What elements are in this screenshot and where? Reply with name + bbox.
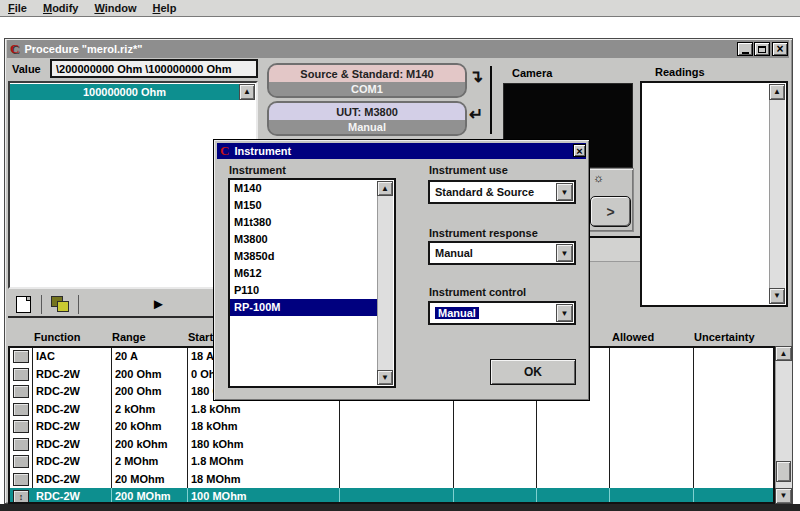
column-header-allowed: Allowed — [612, 331, 654, 343]
dropdown-arrow-icon[interactable]: ▼ — [556, 244, 573, 262]
value-list-scroll-up-button[interactable]: ▲ — [239, 84, 255, 100]
column-header-start: Start — [188, 331, 213, 343]
instrument-dialog-titlebar[interactable]: C Instrument — [217, 143, 586, 159]
row-checkbox[interactable] — [13, 350, 29, 363]
instrument-response-dropdown[interactable]: Manual ▼ — [428, 241, 576, 265]
readings-scrollbar-track[interactable] — [769, 100, 785, 288]
close-icon: × — [576, 145, 582, 157]
camera-next-button[interactable]: > — [590, 196, 631, 227]
value-label: Value — [12, 63, 41, 75]
column-line — [453, 488, 454, 504]
close-button[interactable]: × — [772, 42, 788, 56]
instrument-option[interactable]: M140 — [230, 180, 394, 197]
uut-instrument-group: UUT: M3800 Manual — [267, 101, 467, 136]
scroll-down-icon: ▼ — [381, 374, 389, 382]
new-document-button[interactable] — [16, 296, 31, 313]
cell-function: RDC-2W — [36, 473, 80, 485]
value-path-text: \200000000 Ohm \100000000 Ohm — [56, 63, 232, 75]
run-button[interactable]: ► — [151, 295, 166, 312]
close-icon: × — [776, 42, 783, 56]
cell-function: RDC-2W — [36, 385, 80, 397]
table-scrollbar-thumb[interactable] — [776, 461, 791, 482]
minimize-button[interactable] — [737, 42, 753, 56]
row-checkbox[interactable] — [13, 420, 29, 433]
table-scroll-up-button[interactable]: ▲ — [775, 346, 792, 361]
camera-label: Camera — [512, 67, 552, 79]
row-checkbox[interactable] — [13, 455, 29, 468]
standard-instrument-label: Source & Standard: M140 — [300, 68, 433, 80]
standard-instrument-button[interactable]: Source & Standard: M140 — [269, 65, 465, 82]
procedure-window-titlebar[interactable]: C Procedure "merol.riz*" — [7, 40, 789, 58]
column-line — [187, 488, 188, 504]
insert-image-button[interactable] — [50, 295, 72, 314]
instrument-control-dropdown[interactable]: Manual ▼ — [428, 301, 576, 325]
instrument-response-value: Manual — [435, 247, 473, 259]
column-line — [693, 488, 694, 504]
table-scroll-down-button[interactable]: ▼ — [775, 488, 792, 504]
maximize-button[interactable] — [754, 42, 770, 56]
instrument-dialog: C Instrument × Instrument M140 M150 M1t3… — [213, 139, 590, 401]
instrument-use-dropdown[interactable]: Standard & Source ▼ — [428, 180, 576, 204]
procedure-window-title: Procedure "merol.riz*" — [24, 43, 142, 55]
cell-start: 100 MOhm — [191, 490, 247, 502]
standard-connection-button[interactable]: COM1 — [269, 82, 465, 96]
instrument-option[interactable]: P110 — [230, 282, 394, 299]
instrument-dialog-title: Instrument — [234, 145, 291, 157]
dialog-close-button[interactable]: × — [573, 144, 586, 157]
camera-status-field — [589, 236, 642, 262]
ok-button[interactable]: OK — [490, 359, 576, 385]
uut-connection-button[interactable]: Manual — [269, 120, 465, 134]
table-row[interactable]: RDC-2W 200 kOhm 180 kOhm — [10, 436, 775, 454]
table-row[interactable]: RDC-2W 2 kOhm 1.8 kOhm — [10, 401, 775, 419]
scroll-up-icon: ▲ — [243, 88, 251, 96]
instrument-option[interactable]: M1t380 — [230, 214, 394, 231]
table-row-selected[interactable]: ↕ RDC-2W 200 MOhm 100 MOhm — [10, 488, 775, 504]
uut-instrument-label: UUT: M3800 — [336, 106, 398, 118]
instrument-option[interactable]: M612 — [230, 265, 394, 282]
table-row[interactable]: RDC-2W 20 kOhm 18 kOhm — [10, 418, 775, 436]
menu-modify[interactable]: Modify — [43, 2, 78, 14]
dropdown-arrow-icon[interactable]: ▼ — [556, 183, 573, 201]
readings-scroll-up-button[interactable]: ▲ — [769, 84, 785, 100]
menu-window[interactable]: Window — [94, 2, 136, 14]
panel-divider — [490, 66, 492, 134]
instrument-option-selected[interactable]: RP-100M — [230, 299, 377, 316]
cell-range: 200 Ohm — [115, 385, 161, 397]
row-checkbox[interactable] — [13, 403, 29, 416]
row-checkbox[interactable]: ↕ — [13, 490, 29, 503]
ok-button-label: OK — [524, 365, 542, 379]
menu-help[interactable]: Help — [153, 2, 177, 14]
uut-instrument-button[interactable]: UUT: M3800 — [269, 103, 465, 120]
current-row-marker-icon: ↕ — [19, 492, 24, 502]
instrument-list-scrollbar-track[interactable] — [377, 196, 393, 370]
readings-scroll-down-button[interactable]: ▼ — [769, 288, 785, 304]
dropdown-arrow-icon[interactable]: ▼ — [556, 304, 573, 322]
readings-list: ▲ ▼ — [640, 81, 788, 307]
row-checkbox[interactable] — [13, 385, 29, 398]
instrument-list-scroll-down-button[interactable]: ▼ — [377, 370, 393, 385]
app-logo-icon: C — [10, 41, 19, 57]
value-list-selected-item[interactable]: 100000000 Ohm — [10, 84, 239, 100]
column-line — [609, 488, 610, 504]
cell-range: 2 kOhm — [115, 403, 155, 415]
column-line — [339, 488, 340, 504]
instrument-option[interactable]: M3850d — [230, 248, 394, 265]
play-icon: ► — [151, 295, 166, 312]
maximize-icon — [758, 46, 766, 53]
table-row[interactable]: RDC-2W 2 MOhm 1.8 MOhm — [10, 453, 775, 471]
cell-function: RDC-2W — [36, 438, 80, 450]
instrument-option[interactable]: M150 — [230, 197, 394, 214]
row-checkbox[interactable] — [13, 438, 29, 451]
row-checkbox[interactable] — [13, 368, 29, 381]
scroll-up-icon: ▲ — [773, 88, 781, 96]
row-checkbox[interactable] — [13, 473, 29, 486]
instrument-use-value: Standard & Source — [435, 186, 534, 198]
value-path-field[interactable]: \200000000 Ohm \100000000 Ohm — [50, 59, 258, 78]
table-row[interactable]: RDC-2W 20 MOhm 18 MOhm — [10, 471, 775, 489]
menu-file[interactable]: File — [8, 2, 27, 14]
cell-function: RDC-2W — [36, 368, 80, 380]
app-screen: File Modify Window Help C Procedure "mer… — [0, 0, 800, 511]
instrument-list-scroll-up-button[interactable]: ▲ — [377, 181, 393, 196]
instrument-list-label: Instrument — [229, 164, 286, 176]
instrument-option[interactable]: M3800 — [230, 231, 394, 248]
